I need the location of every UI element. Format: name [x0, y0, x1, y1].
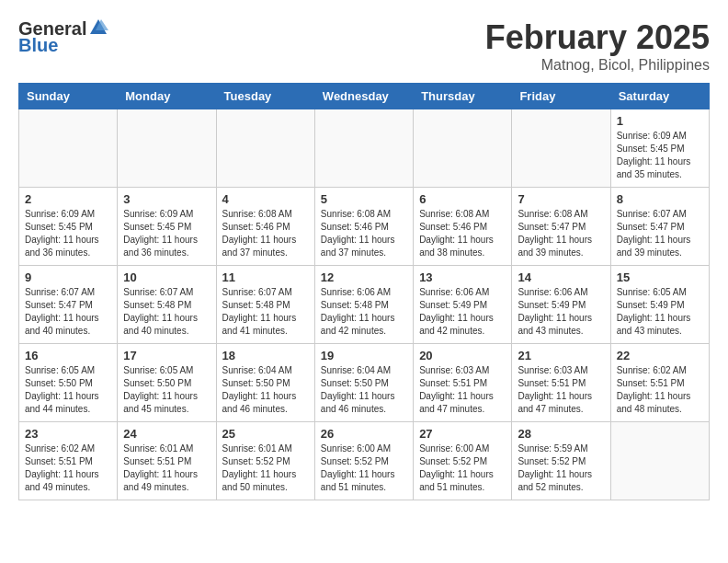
weekday-header-thursday: Thursday: [414, 84, 512, 109]
day-number: 7: [518, 192, 604, 206]
day-number: 1: [617, 114, 703, 128]
weekday-header-tuesday: Tuesday: [216, 84, 314, 109]
day-info: Sunrise: 6:09 AM Sunset: 5:45 PM Dayligh…: [25, 208, 111, 259]
day-number: 27: [419, 427, 506, 441]
day-info: Sunrise: 6:03 AM Sunset: 5:51 PM Dayligh…: [419, 364, 506, 416]
calendar-header-row: SundayMondayTuesdayWednesdayThursdayFrid…: [19, 84, 710, 109]
day-info: Sunrise: 6:09 AM Sunset: 5:45 PM Dayligh…: [123, 208, 210, 259]
day-number: 17: [123, 349, 210, 362]
calendar-table: SundayMondayTuesdayWednesdayThursdayFrid…: [18, 83, 710, 500]
day-info: Sunrise: 6:07 AM Sunset: 5:47 PM Dayligh…: [25, 286, 111, 338]
day-info: Sunrise: 6:06 AM Sunset: 5:48 PM Dayligh…: [321, 286, 407, 338]
day-number: 6: [419, 192, 506, 206]
calendar-cell: 25Sunrise: 6:01 AM Sunset: 5:52 PM Dayli…: [216, 422, 314, 500]
day-info: Sunrise: 6:08 AM Sunset: 5:46 PM Dayligh…: [222, 208, 309, 259]
day-number: 2: [25, 192, 111, 206]
calendar-cell: 23Sunrise: 6:02 AM Sunset: 5:51 PM Dayli…: [19, 422, 118, 500]
weekday-header-sunday: Sunday: [19, 84, 118, 109]
calendar-week-4: 23Sunrise: 6:02 AM Sunset: 5:51 PM Dayli…: [19, 422, 710, 500]
calendar-cell: 20Sunrise: 6:03 AM Sunset: 5:51 PM Dayli…: [414, 344, 512, 422]
title-section: February 2025 Matnog, Bicol, Philippines: [485, 18, 710, 74]
calendar-cell: 2Sunrise: 6:09 AM Sunset: 5:45 PM Daylig…: [19, 188, 118, 266]
calendar-cell: 4Sunrise: 6:08 AM Sunset: 5:46 PM Daylig…: [216, 188, 314, 266]
page-header: General Blue February 2025 Matnog, Bicol…: [18, 18, 710, 74]
day-number: 18: [222, 349, 309, 362]
logo-text: General Blue: [18, 18, 108, 55]
day-info: Sunrise: 5:59 AM Sunset: 5:52 PM Dayligh…: [518, 442, 604, 494]
day-number: 26: [321, 427, 407, 441]
day-info: Sunrise: 6:06 AM Sunset: 5:49 PM Dayligh…: [419, 286, 506, 338]
calendar-cell: [414, 109, 512, 188]
day-info: Sunrise: 6:05 AM Sunset: 5:49 PM Dayligh…: [617, 286, 703, 338]
weekday-header-friday: Friday: [512, 84, 610, 109]
day-info: Sunrise: 6:08 AM Sunset: 5:46 PM Dayligh…: [419, 208, 506, 259]
day-info: Sunrise: 6:05 AM Sunset: 5:50 PM Dayligh…: [25, 364, 111, 416]
day-number: 21: [518, 349, 604, 362]
calendar-cell: 5Sunrise: 6:08 AM Sunset: 5:46 PM Daylig…: [314, 188, 413, 266]
logo: General Blue: [18, 18, 108, 55]
calendar-cell: 22Sunrise: 6:02 AM Sunset: 5:51 PM Dayli…: [610, 344, 709, 422]
calendar-cell: 24Sunrise: 6:01 AM Sunset: 5:51 PM Dayli…: [118, 422, 216, 500]
day-info: Sunrise: 6:07 AM Sunset: 5:48 PM Dayligh…: [222, 286, 309, 338]
day-info: Sunrise: 6:05 AM Sunset: 5:50 PM Dayligh…: [123, 364, 210, 416]
weekday-header-monday: Monday: [118, 84, 216, 109]
calendar-week-3: 16Sunrise: 6:05 AM Sunset: 5:50 PM Dayli…: [19, 344, 710, 422]
day-number: 23: [25, 427, 111, 441]
calendar-cell: 26Sunrise: 6:00 AM Sunset: 5:52 PM Dayli…: [314, 422, 413, 500]
day-info: Sunrise: 6:03 AM Sunset: 5:51 PM Dayligh…: [518, 364, 604, 416]
day-info: Sunrise: 6:08 AM Sunset: 5:46 PM Dayligh…: [321, 208, 407, 259]
calendar-week-1: 2Sunrise: 6:09 AM Sunset: 5:45 PM Daylig…: [19, 188, 710, 266]
day-info: Sunrise: 6:09 AM Sunset: 5:45 PM Dayligh…: [617, 130, 703, 181]
day-number: 4: [222, 192, 309, 206]
day-info: Sunrise: 6:00 AM Sunset: 5:52 PM Dayligh…: [321, 442, 407, 494]
calendar-cell: 11Sunrise: 6:07 AM Sunset: 5:48 PM Dayli…: [216, 266, 314, 344]
calendar-cell: 9Sunrise: 6:07 AM Sunset: 5:47 PM Daylig…: [19, 266, 118, 344]
calendar-cell: 16Sunrise: 6:05 AM Sunset: 5:50 PM Dayli…: [19, 344, 118, 422]
day-info: Sunrise: 6:04 AM Sunset: 5:50 PM Dayligh…: [222, 364, 309, 416]
calendar-cell: 12Sunrise: 6:06 AM Sunset: 5:48 PM Dayli…: [314, 266, 413, 344]
day-number: 13: [419, 270, 506, 284]
calendar-week-0: 1Sunrise: 6:09 AM Sunset: 5:45 PM Daylig…: [19, 109, 710, 188]
day-number: 10: [123, 270, 210, 284]
day-number: 3: [123, 192, 210, 206]
calendar-cell: 21Sunrise: 6:03 AM Sunset: 5:51 PM Dayli…: [512, 344, 610, 422]
day-info: Sunrise: 6:08 AM Sunset: 5:47 PM Dayligh…: [518, 208, 604, 259]
calendar-cell: [19, 109, 118, 188]
day-info: Sunrise: 6:02 AM Sunset: 5:51 PM Dayligh…: [25, 442, 111, 494]
day-number: 28: [518, 427, 604, 441]
weekday-header-wednesday: Wednesday: [314, 84, 413, 109]
calendar-cell: 13Sunrise: 6:06 AM Sunset: 5:49 PM Dayli…: [414, 266, 512, 344]
calendar-cell: 1Sunrise: 6:09 AM Sunset: 5:45 PM Daylig…: [610, 109, 709, 188]
day-number: 11: [222, 270, 309, 284]
weekday-header-saturday: Saturday: [610, 84, 709, 109]
calendar-cell: 28Sunrise: 5:59 AM Sunset: 5:52 PM Dayli…: [512, 422, 610, 500]
calendar-cell: 14Sunrise: 6:06 AM Sunset: 5:49 PM Dayli…: [512, 266, 610, 344]
day-number: 25: [222, 427, 309, 441]
calendar-cell: 27Sunrise: 6:00 AM Sunset: 5:52 PM Dayli…: [414, 422, 512, 500]
day-number: 15: [617, 270, 703, 284]
day-number: 20: [419, 349, 506, 362]
day-info: Sunrise: 6:06 AM Sunset: 5:49 PM Dayligh…: [518, 286, 604, 338]
day-number: 24: [123, 427, 210, 441]
day-number: 16: [25, 349, 111, 362]
day-number: 9: [25, 270, 111, 284]
calendar-cell: [610, 422, 709, 500]
calendar-cell: 7Sunrise: 6:08 AM Sunset: 5:47 PM Daylig…: [512, 188, 610, 266]
day-info: Sunrise: 6:00 AM Sunset: 5:52 PM Dayligh…: [419, 442, 506, 494]
calendar-subtitle: Matnog, Bicol, Philippines: [485, 57, 710, 74]
calendar-cell: 17Sunrise: 6:05 AM Sunset: 5:50 PM Dayli…: [118, 344, 216, 422]
day-info: Sunrise: 6:02 AM Sunset: 5:51 PM Dayligh…: [617, 364, 703, 416]
day-info: Sunrise: 6:07 AM Sunset: 5:48 PM Dayligh…: [123, 286, 210, 338]
day-number: 8: [617, 192, 703, 206]
calendar-week-2: 9Sunrise: 6:07 AM Sunset: 5:47 PM Daylig…: [19, 266, 710, 344]
day-number: 22: [617, 349, 703, 362]
day-info: Sunrise: 6:01 AM Sunset: 5:51 PM Dayligh…: [123, 442, 210, 494]
day-info: Sunrise: 6:07 AM Sunset: 5:47 PM Dayligh…: [617, 208, 703, 259]
day-info: Sunrise: 6:04 AM Sunset: 5:50 PM Dayligh…: [321, 364, 407, 416]
day-number: 14: [518, 270, 604, 284]
logo-blue: Blue: [18, 35, 108, 55]
calendar-cell: 19Sunrise: 6:04 AM Sunset: 5:50 PM Dayli…: [314, 344, 413, 422]
calendar-cell: [216, 109, 314, 188]
calendar-cell: 3Sunrise: 6:09 AM Sunset: 5:45 PM Daylig…: [118, 188, 216, 266]
day-number: 19: [321, 349, 407, 362]
